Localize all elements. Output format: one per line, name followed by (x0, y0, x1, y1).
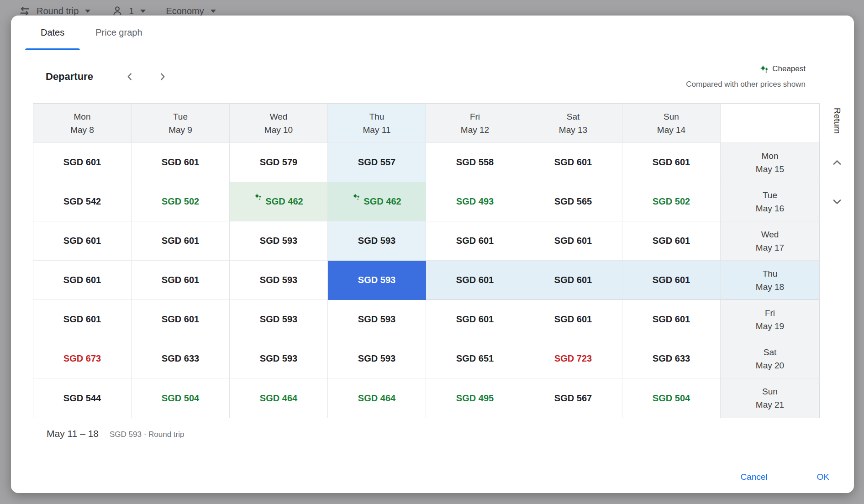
day-header-cell: WedMay 10 (230, 104, 328, 143)
tab-dates[interactable]: Dates (25, 16, 80, 50)
price-cell[interactable]: SGD 565 (524, 182, 622, 221)
cancel-button[interactable]: Cancel (732, 467, 775, 487)
price-cell[interactable]: SGD 601 (622, 143, 721, 182)
price-cell[interactable]: SGD 633 (622, 339, 721, 378)
day-header-cell: TueMay 9 (132, 104, 230, 143)
price-grid: MonMay 8TueMay 9WedMay 10ThuMay 11FriMay… (33, 103, 820, 418)
sparkle-icon (352, 193, 360, 201)
price-cell[interactable]: SGD 723 (524, 339, 622, 378)
return-date-cell: MonMay 15 (721, 143, 819, 182)
return-label: Return (832, 108, 842, 134)
day-header-cell: FriMay 12 (426, 104, 524, 143)
price-cell[interactable]: SGD 601 (426, 221, 524, 261)
price-cell[interactable]: SGD 593 (328, 339, 426, 378)
price-cell[interactable]: SGD 567 (524, 378, 622, 418)
departure-label: Departure (46, 71, 93, 83)
price-cell[interactable]: SGD 601 (132, 221, 230, 261)
price-cell[interactable]: SGD 579 (230, 143, 328, 182)
price-cell[interactable]: SGD 558 (426, 143, 524, 182)
date-picker-dialog: Dates Price graph Departure Cheapest Co (11, 16, 854, 493)
return-date-cell: SatMay 20 (721, 339, 819, 378)
tab-price-graph[interactable]: Price graph (80, 16, 158, 50)
next-week-button[interactable] (152, 66, 174, 88)
price-cell[interactable]: SGD 502 (622, 182, 721, 221)
price-cell[interactable]: SGD 633 (132, 339, 230, 378)
chevron-up-icon (831, 156, 843, 169)
price-cell[interactable]: SGD 593 (328, 261, 426, 300)
sparkle-icon (759, 64, 769, 74)
return-date-cell: SunMay 21 (721, 378, 819, 418)
return-date-cell: FriMay 19 (721, 300, 819, 339)
ok-button[interactable]: OK (809, 467, 838, 487)
price-cell[interactable]: SGD 601 (426, 261, 524, 300)
price-cell[interactable]: SGD 593 (230, 339, 328, 378)
price-cell[interactable]: SGD 493 (426, 182, 524, 221)
return-date-cell: ThuMay 18 (721, 261, 819, 300)
price-cell[interactable]: SGD 601 (622, 300, 721, 339)
price-cell[interactable]: SGD 495 (426, 378, 524, 418)
price-cell[interactable]: SGD 601 (524, 261, 622, 300)
price-calendar: MonMay 8TueMay 9WedMay 10ThuMay 11FriMay… (11, 103, 854, 418)
price-cell[interactable]: SGD 601 (426, 300, 524, 339)
chevron-right-icon (157, 71, 169, 83)
day-header-cell: ThuMay 11 (328, 104, 426, 143)
grid-corner-cell (721, 104, 819, 143)
price-cell[interactable]: SGD 593 (230, 221, 328, 261)
legend-note: Compared with other prices shown (686, 77, 806, 92)
price-cell[interactable]: SGD 601 (33, 261, 132, 300)
return-scroll-up-button[interactable] (826, 152, 848, 173)
price-cell[interactable]: SGD 673 (33, 339, 132, 378)
selection-summary: May 11 – 18 SGD 593 · Round trip (11, 428, 854, 439)
price-cell[interactable]: SGD 601 (132, 261, 230, 300)
cheapest-label: Cheapest (772, 61, 806, 77)
selected-price-detail: SGD 593 · Round trip (110, 430, 184, 439)
price-cell[interactable]: SGD 601 (524, 143, 622, 182)
dialog-actions: Cancel OK (732, 467, 838, 487)
departure-header-row: Departure Cheapest Compared with other p… (11, 50, 854, 103)
cheapest-legend: Cheapest Compared with other prices show… (686, 61, 806, 92)
chevron-left-icon (124, 71, 136, 83)
price-cell[interactable]: SGD 601 (524, 221, 622, 261)
price-cell[interactable]: SGD 504 (132, 378, 230, 418)
return-scroll-down-button[interactable] (826, 191, 848, 213)
price-cell[interactable]: SGD 601 (622, 261, 721, 300)
previous-week-button[interactable] (119, 66, 141, 88)
price-cell[interactable]: SGD 544 (33, 378, 132, 418)
price-cell[interactable]: SGD 651 (426, 339, 524, 378)
price-cell[interactable]: SGD 601 (622, 221, 721, 261)
price-cell[interactable]: SGD 593 (328, 221, 426, 261)
price-cell[interactable]: SGD 462 (230, 182, 328, 221)
return-date-cell: WedMay 17 (721, 221, 819, 261)
price-cell[interactable]: SGD 593 (230, 261, 328, 300)
day-header-cell: SunMay 14 (622, 104, 721, 143)
price-cell[interactable]: SGD 593 (328, 300, 426, 339)
dialog-tabs: Dates Price graph (11, 16, 854, 50)
return-date-cell: TueMay 16 (721, 182, 819, 221)
price-cell[interactable]: SGD 464 (230, 378, 328, 418)
price-cell[interactable]: SGD 542 (33, 182, 132, 221)
price-cell[interactable]: SGD 464 (328, 378, 426, 418)
price-cell[interactable]: SGD 601 (33, 300, 132, 339)
selected-date-range: May 11 – 18 (47, 428, 99, 439)
price-cell[interactable]: SGD 601 (33, 221, 132, 261)
price-cell[interactable]: SGD 601 (33, 143, 132, 182)
price-cell[interactable]: SGD 462 (328, 182, 426, 221)
day-header-cell: MonMay 8 (33, 104, 132, 143)
price-cell[interactable]: SGD 601 (132, 143, 230, 182)
price-cell[interactable]: SGD 502 (132, 182, 230, 221)
return-rail: Return (820, 103, 854, 418)
day-header-cell: SatMay 13 (524, 104, 622, 143)
price-cell[interactable]: SGD 593 (230, 300, 328, 339)
price-cell[interactable]: SGD 601 (132, 300, 230, 339)
price-cell[interactable]: SGD 557 (328, 143, 426, 182)
price-cell[interactable]: SGD 504 (622, 378, 721, 418)
price-cell[interactable]: SGD 601 (524, 300, 622, 339)
sparkle-icon (254, 193, 262, 201)
chevron-down-icon (831, 195, 843, 208)
